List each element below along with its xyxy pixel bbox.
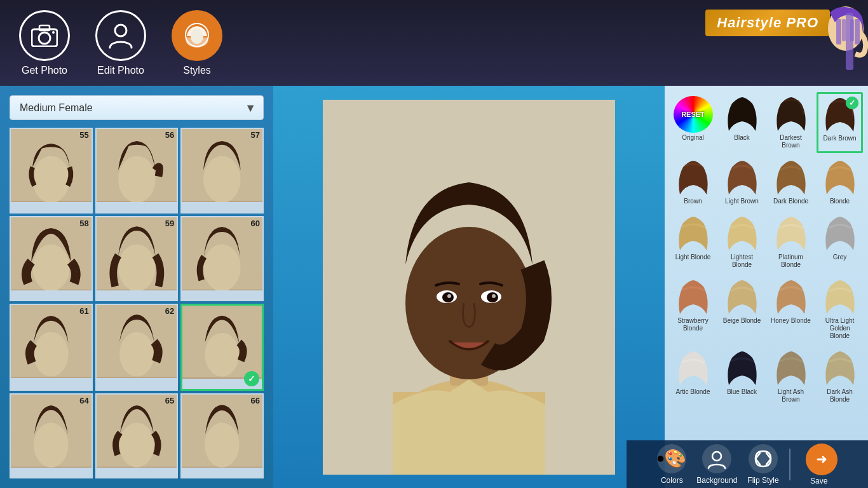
color-label-honey-blonde: Honey Blonde (771, 317, 811, 325)
top-navigation: Get Photo Edit Photo Styles Hairstyle PR… (0, 0, 868, 86)
style-item-59[interactable]: 59 (95, 216, 179, 302)
flip-style-button[interactable]: Flip Style (747, 444, 778, 485)
color-label-beige-blonde: Beige Blonde (723, 317, 761, 325)
style-photo-65 (97, 395, 177, 468)
style-item-65[interactable]: 65 (95, 393, 179, 479)
color-dark-brown[interactable]: ✓ Dark Brown (817, 92, 863, 153)
light-brown-swatch (722, 159, 762, 196)
selected-color-check: ✓ (846, 97, 858, 109)
style-item-56[interactable]: 56 (95, 128, 179, 214)
main-content: Short Female Medium Female Long Female S… (0, 86, 868, 488)
style-photo-59 (97, 217, 177, 290)
lightest-blonde-swatch (722, 215, 762, 252)
style-item-55[interactable]: 55 (10, 128, 93, 214)
style-photo-58 (11, 217, 92, 290)
svg-point-4 (115, 25, 126, 36)
color-label-platinum-blonde: Platinum Blonde (770, 254, 811, 269)
svg-point-20 (32, 244, 69, 290)
get-photo-button[interactable]: Get Photo (19, 10, 70, 76)
color-ultra-light-golden-blonde[interactable]: Ultra Light Golden Blonde (817, 275, 863, 344)
svg-point-6 (191, 29, 203, 44)
edit-photo-button[interactable]: Edit Photo (95, 10, 146, 76)
style-number-65: 65 (165, 396, 174, 405)
styles-icon (172, 10, 222, 61)
style-item-66[interactable]: 66 (180, 393, 264, 479)
style-number-64: 64 (79, 396, 88, 405)
save-icon (806, 444, 837, 475)
color-light-blonde[interactable]: Light Blonde (670, 212, 716, 273)
style-photo-57 (182, 129, 262, 202)
camera-icon (19, 10, 70, 61)
color-strawberry-blonde[interactable]: Strawberry Blonde (670, 275, 716, 344)
style-item-60[interactable]: 60 (180, 216, 264, 302)
svg-point-46 (447, 294, 451, 298)
bottom-toolbar: 🎨 Colors Background Flip Style (627, 440, 868, 488)
style-photo-60 (182, 217, 262, 290)
dark-brown-swatch (820, 97, 860, 133)
toolbar-divider (789, 449, 790, 480)
background-icon (702, 444, 731, 473)
style-item-58[interactable]: 58 (10, 216, 93, 302)
color-honey-blonde[interactable]: Honey Blonde (768, 275, 814, 344)
save-button[interactable]: Save (801, 444, 837, 485)
color-light-brown[interactable]: Light Brown (719, 156, 765, 209)
svg-point-32 (34, 423, 69, 467)
blue-black-swatch (722, 350, 762, 387)
color-label-lightest-blonde: Lightest Blonde (721, 254, 763, 269)
platinum-blonde-swatch (771, 215, 811, 252)
grey-swatch (820, 215, 860, 252)
get-photo-label: Get Photo (22, 65, 67, 76)
style-item-64[interactable]: 64 (10, 393, 93, 479)
color-artic-blonde[interactable]: Artic Blonde (670, 346, 716, 407)
color-dark-ash-blonde[interactable]: Dark Ash Blonde (817, 346, 863, 407)
styles-grid: 55 56 (10, 128, 264, 478)
person-preview-svg (323, 100, 615, 475)
dark-blonde-swatch (771, 159, 811, 196)
style-photo-61 (11, 305, 92, 378)
style-number-58: 58 (79, 219, 88, 228)
style-photo-55 (11, 129, 92, 202)
preview-panel (273, 86, 665, 488)
svg-point-34 (119, 423, 154, 467)
flip-icon (749, 444, 778, 473)
color-dark-blonde[interactable]: Dark Blonde (768, 156, 814, 209)
light-ash-brown-swatch (771, 350, 811, 387)
svg-point-36 (205, 423, 240, 467)
color-label-light-ash-brown: Light Ash Brown (770, 388, 811, 403)
color-black[interactable]: Black (719, 92, 765, 153)
color-original[interactable]: RESET Original (670, 92, 716, 153)
brown-swatch (674, 159, 713, 196)
svg-point-16 (118, 156, 155, 202)
svg-point-18 (203, 156, 240, 202)
style-item-63[interactable]: ✓ (180, 304, 264, 391)
style-category-dropdown[interactable]: Short Female Medium Female Long Female S… (10, 95, 264, 120)
color-label-light-blonde: Light Blonde (675, 254, 711, 261)
style-item-61[interactable]: 61 (10, 304, 93, 391)
color-darkest-brown[interactable]: Darkest Brown (768, 92, 814, 153)
style-item-57[interactable]: 57 (180, 128, 264, 214)
svg-rect-9 (836, 19, 841, 44)
svg-point-1 (39, 32, 50, 44)
background-button[interactable]: Background (696, 444, 737, 485)
color-label-ultra-light-golden-blonde: Ultra Light Golden Blonde (819, 317, 860, 340)
blonde-swatch (820, 159, 860, 196)
color-label-blonde: Blonde (830, 198, 850, 205)
svg-rect-2 (39, 25, 50, 30)
style-number-59: 59 (165, 219, 174, 228)
styles-button[interactable]: Styles (172, 10, 222, 76)
color-lightest-blonde[interactable]: Lightest Blonde (719, 212, 765, 273)
svg-rect-10 (842, 19, 846, 41)
black-swatch (722, 96, 762, 133)
colors-label: Colors (661, 476, 683, 485)
svg-rect-12 (855, 19, 860, 44)
color-blue-black[interactable]: Blue Black (719, 346, 765, 407)
color-grey[interactable]: Grey (817, 212, 863, 273)
color-light-ash-brown[interactable]: Light Ash Brown (768, 346, 814, 407)
save-label: Save (810, 477, 827, 485)
color-platinum-blonde[interactable]: Platinum Blonde (768, 212, 814, 273)
color-beige-blonde[interactable]: Beige Blonde (719, 275, 765, 344)
color-blonde[interactable]: Blonde (817, 156, 863, 209)
color-brown[interactable]: Brown (670, 156, 716, 209)
style-item-62[interactable]: 62 (95, 304, 179, 391)
colors-button[interactable]: 🎨 Colors (657, 444, 686, 485)
